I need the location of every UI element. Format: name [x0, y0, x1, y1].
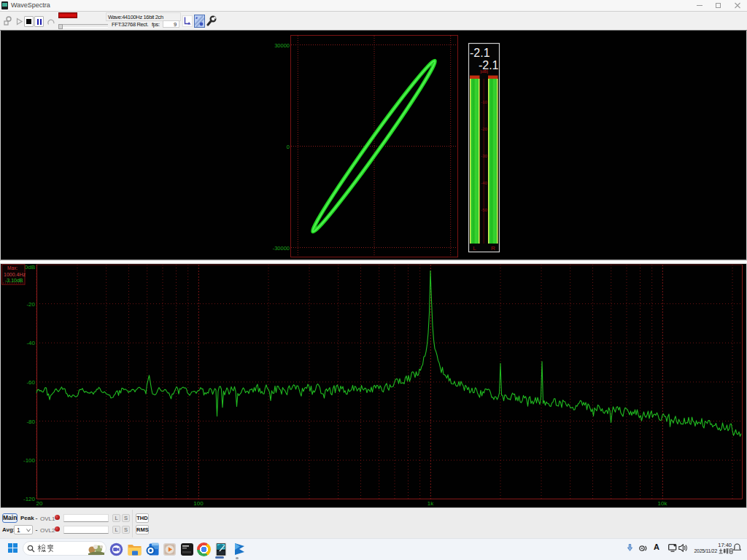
svg-text:100: 100	[193, 500, 204, 507]
svg-text:-100: -100	[23, 457, 36, 464]
svg-text:-30000: -30000	[273, 245, 290, 252]
svg-text:R: R	[491, 245, 495, 252]
svg-text:-60: -60	[26, 379, 35, 386]
svg-text:-40: -40	[481, 181, 487, 185]
svg-text:-40: -40	[26, 340, 35, 346]
svg-text:-2.1: -2.1	[470, 47, 490, 59]
svg-text:-20: -20	[26, 301, 35, 308]
svg-text:-30: -30	[481, 154, 487, 158]
svg-text:-80: -80	[26, 419, 35, 425]
svg-text:-10: -10	[481, 100, 487, 104]
svg-text:1000.4Hz: 1000.4Hz	[4, 272, 26, 277]
svg-text:20: 20	[36, 500, 43, 507]
svg-text:-120: -120	[23, 496, 36, 502]
svg-text:-3.10dB: -3.10dB	[5, 278, 23, 283]
svg-text:Max:: Max:	[7, 265, 18, 271]
svg-text:[dB]: [dB]	[480, 69, 488, 74]
svg-text:10k: 10k	[658, 500, 668, 507]
svg-text:30000: 30000	[274, 42, 290, 49]
svg-text:L: L	[473, 245, 476, 252]
svg-text:-50: -50	[481, 208, 487, 212]
svg-text:0: 0	[287, 144, 290, 150]
svg-text:0dB: 0dB	[25, 264, 35, 271]
svg-text:-20: -20	[481, 127, 487, 131]
svg-text:1k: 1k	[427, 500, 434, 507]
